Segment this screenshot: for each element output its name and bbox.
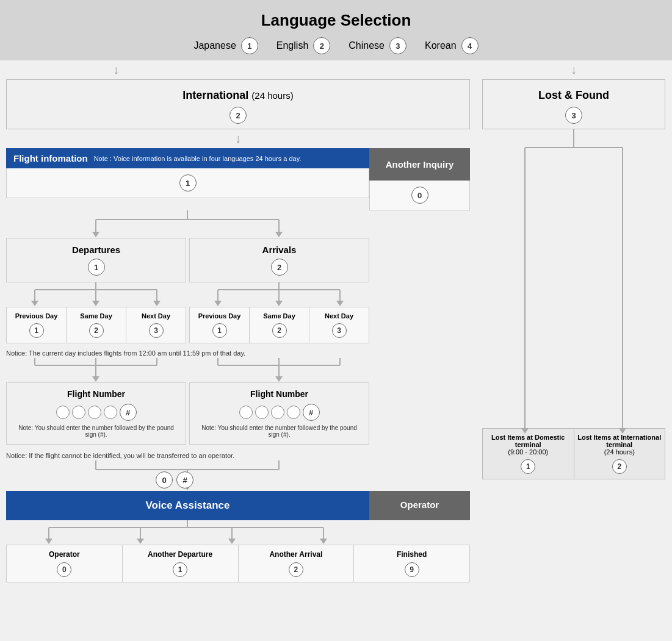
arr-digit-3 [271, 406, 284, 419]
flight-info-section: Flight infomation Note : Voice informati… [6, 148, 369, 210]
international-number: 2 [229, 107, 247, 124]
outcome-finished: Finished 9 [354, 545, 470, 582]
another-inquiry-title: Another Inquiry [386, 159, 454, 170]
lang-chinese[interactable]: Chinese 3 [349, 37, 406, 54]
outcome-another-departure-label: Another Departure [124, 550, 237, 559]
notice2: Notice: If the flight cannot be identifi… [6, 449, 470, 460]
arrow-lang-to-intl: ↓ [113, 63, 119, 77]
arrows-to-flight-num [6, 358, 372, 382]
svg-marker-3 [92, 232, 99, 237]
outcome-operator-label: Operator [8, 550, 121, 559]
dep-flight-number-note: Note: You should enter the number follow… [13, 424, 179, 438]
svg-marker-54 [619, 428, 626, 434]
international-subtitle: (24 hours) [251, 90, 293, 101]
dep-previous-day: Previous Day 1 [6, 307, 67, 343]
svg-marker-9 [31, 301, 38, 306]
svg-marker-19 [275, 301, 283, 306]
dep-day-arrows [6, 282, 186, 307]
departures-section: Departures 1 [6, 238, 186, 343]
operator-right-box: Operator [369, 491, 470, 520]
language-row: Japanese 1 English 2 Chinese 3 Korean 4 [6, 37, 666, 54]
outcome-finished-label: Finished [355, 550, 468, 559]
arr-flight-number-title: Flight Number [196, 389, 363, 399]
lang-japanese-number: 1 [241, 37, 258, 54]
outcome-operator: Operator 0 [6, 545, 123, 582]
arrivals-number: 2 [271, 259, 288, 276]
dep-digit-4 [104, 406, 117, 419]
svg-marker-21 [336, 301, 344, 306]
voice-assistance-box: Voice Assistance [6, 491, 369, 520]
arrow-lang-to-lost: ↓ [571, 63, 577, 77]
svg-marker-11 [92, 301, 99, 306]
lang-korean-number: 4 [461, 37, 479, 54]
arr-same-day-label: Same Day [251, 312, 308, 320]
svg-marker-27 [92, 376, 99, 382]
arr-next-day: Next Day 3 [309, 307, 369, 343]
lost-found-title: Lost & Found [489, 89, 659, 102]
arr-hash-badge: # [303, 404, 320, 421]
lost-found-number: 3 [565, 107, 582, 124]
arr-flight-number: Flight Number # Note: You should enter t… [189, 382, 369, 445]
lang-korean-label: Korean [425, 40, 457, 51]
flight-info-title: Flight infomation [13, 153, 88, 163]
lang-chinese-label: Chinese [349, 40, 385, 51]
outcome-another-arrival-label: Another Arrival [240, 550, 353, 559]
voice-assistance-title: Voice Assistance [146, 500, 230, 511]
svg-marker-5 [275, 232, 283, 237]
outcome-operator-number: 0 [57, 562, 71, 577]
dep-previous-day-number: 1 [29, 323, 44, 338]
dep-next-day-number: 3 [149, 323, 164, 338]
dep-next-day: Next Day 3 [126, 307, 186, 343]
arr-next-day-label: Next Day [311, 312, 367, 320]
lang-korean[interactable]: Korean 4 [425, 37, 479, 54]
arr-previous-day-number: 1 [212, 323, 227, 338]
arr-previous-day-label: Previous Day [191, 312, 248, 320]
svg-marker-52 [521, 428, 529, 434]
svg-marker-17 [214, 301, 222, 306]
international-box: International (24 hours) 2 [6, 79, 470, 129]
lang-chinese-number: 3 [389, 37, 406, 54]
hash-badge-voice: # [176, 471, 193, 489]
lang-japanese[interactable]: Japanese 1 [193, 37, 258, 54]
dep-hash-badge: # [120, 404, 137, 421]
flight-info-note: Note : Voice information is available in… [94, 155, 302, 162]
lang-english[interactable]: English 2 [276, 37, 330, 54]
svg-marker-13 [153, 301, 161, 306]
dep-same-day-number: 2 [89, 323, 104, 338]
flight-info-number: 1 [179, 174, 197, 192]
arr-next-day-number: 3 [332, 323, 347, 338]
lang-japanese-label: Japanese [193, 40, 236, 51]
page: Language Selection Japanese 1 English 2 … [0, 0, 672, 582]
dep-flight-number: Flight Number # Note: You should enter t… [6, 382, 186, 445]
svg-marker-44 [137, 539, 144, 544]
arrow-intl-down: ↓ [235, 132, 241, 146]
dep-same-day: Same Day 2 [67, 307, 126, 343]
outcome-another-arrival-number: 2 [289, 562, 303, 577]
arrows-voice-outcomes [6, 520, 369, 545]
arr-day-arrows [189, 282, 369, 307]
dep-next-day-label: Next Day [128, 312, 184, 320]
svg-marker-33 [275, 376, 283, 382]
zero-badge: 0 [156, 471, 173, 489]
lang-english-label: English [276, 40, 308, 51]
arr-digit-2 [255, 406, 269, 419]
zero-hash-badges: 0 # [156, 471, 193, 489]
header: Language Selection Japanese 1 English 2 … [0, 0, 672, 60]
arr-same-day-number: 2 [272, 323, 287, 338]
outcome-another-departure: Another Departure 1 [123, 545, 239, 582]
another-inquiry-section: Another Inquiry 0 [369, 148, 470, 210]
arr-same-day: Same Day 2 [250, 307, 309, 343]
dep-digit-3 [88, 406, 101, 419]
arr-previous-day: Previous Day 1 [189, 307, 250, 343]
arrivals-title: Arrivals [262, 245, 297, 255]
branch-arrows-dep-arr [6, 210, 369, 238]
lost-found-box: Lost & Found 3 [482, 79, 665, 129]
departures-number: 1 [88, 259, 105, 276]
outcome-another-departure-number: 1 [173, 562, 187, 577]
svg-marker-46 [228, 539, 236, 544]
dep-previous-day-label: Previous Day [8, 312, 65, 320]
operator-right-title: Operator [400, 500, 439, 510]
dep-same-day-label: Same Day [68, 312, 125, 320]
outcome-finished-number: 9 [405, 562, 419, 577]
departures-title: Departures [72, 245, 120, 255]
